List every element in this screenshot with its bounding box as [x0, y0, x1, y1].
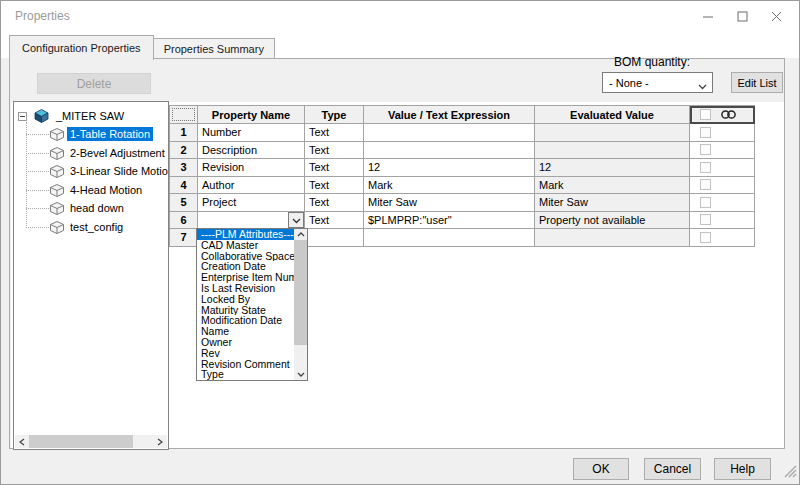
- dropdown-item[interactable]: Modification Date: [197, 315, 307, 326]
- link-checkbox[interactable]: [700, 232, 711, 243]
- help-button[interactable]: Help: [714, 458, 771, 480]
- maximize-button[interactable]: [725, 1, 759, 32]
- dropdown-item[interactable]: Collaborative Space: [197, 251, 307, 262]
- resize-grip-icon[interactable]: [784, 464, 797, 482]
- value-cell[interactable]: $PLMPRP:"user": [364, 212, 535, 230]
- tree-root-item[interactable]: _MITER SAW: [34, 108, 127, 124]
- link-checkbox[interactable]: [700, 127, 711, 138]
- ok-button[interactable]: OK: [573, 458, 629, 480]
- type-cell[interactable]: [305, 229, 364, 247]
- scroll-up-icon[interactable]: [294, 229, 307, 240]
- dropdown-item[interactable]: Creation Date: [197, 261, 307, 272]
- value-cell[interactable]: 12: [364, 159, 535, 177]
- value-cell[interactable]: Mark: [364, 177, 535, 195]
- property-name-cell[interactable]: Revision: [198, 159, 305, 177]
- link-checkbox[interactable]: [700, 214, 711, 225]
- dropdown-item[interactable]: Enterprise Item Number: [197, 272, 307, 283]
- link-checkbox[interactable]: [700, 197, 711, 208]
- dropdown-item[interactable]: Is Last Revision: [197, 283, 307, 294]
- tree-item-4-head-motion[interactable]: 4-Head Motion: [50, 182, 145, 198]
- dropdown-item[interactable]: Maturity State: [197, 305, 307, 316]
- edit-list-button[interactable]: Edit List: [731, 72, 783, 93]
- evaluated-cell: 12: [535, 159, 690, 177]
- tree-item-2-bevel-adjustment[interactable]: 2-Bevel Adjustment: [50, 145, 168, 161]
- title-bar: Properties: [1, 1, 799, 32]
- value-cell[interactable]: [364, 142, 535, 160]
- maximize-icon: [737, 8, 748, 26]
- property-name-cell[interactable]: Project: [198, 194, 305, 212]
- link-cell: [690, 229, 755, 247]
- col-header-property-name: Property Name: [198, 106, 305, 124]
- row-number: 2: [170, 142, 198, 160]
- scroll-left-icon[interactable]: [15, 435, 29, 448]
- window-controls: [691, 1, 793, 32]
- dropdown-item[interactable]: CAD Master: [197, 240, 307, 251]
- properties-dialog: Properties Configuration Properties Prop…: [0, 0, 800, 485]
- row-number: 6: [170, 212, 198, 230]
- value-cell[interactable]: Miter Saw: [364, 194, 535, 212]
- chevron-down-icon: [292, 214, 301, 226]
- link-checkbox[interactable]: [700, 162, 711, 173]
- tree-horizontal-scrollbar[interactable]: [15, 435, 167, 448]
- value-cell[interactable]: [364, 124, 535, 142]
- tree-root-label: _MITER SAW: [53, 109, 127, 123]
- dropdown-item[interactable]: Owner: [197, 337, 307, 348]
- scroll-down-icon[interactable]: [294, 369, 307, 380]
- configuration-icon: [50, 165, 64, 178]
- row-number: 3: [170, 159, 198, 177]
- focus-marquee: [172, 108, 195, 121]
- col-header-value-expression: Value / Text Expression: [364, 106, 535, 124]
- delete-button[interactable]: Delete: [37, 73, 151, 94]
- tree-item-head-down[interactable]: head down: [50, 200, 127, 216]
- property-name-cell[interactable]: Description: [198, 142, 305, 160]
- tab-configuration-properties[interactable]: Configuration Properties: [9, 35, 154, 60]
- tree-item-1-table-rotation[interactable]: 1-Table Rotation: [50, 126, 153, 142]
- link-checkbox[interactable]: [700, 144, 711, 155]
- dropdown-item[interactable]: Locked By: [197, 294, 307, 305]
- property-name-combobox[interactable]: [198, 212, 305, 230]
- dropdown-item[interactable]: ----PLM Attributes----: [197, 229, 307, 240]
- tree-item-test-config[interactable]: test_config: [50, 219, 126, 235]
- cancel-button[interactable]: Cancel: [644, 458, 701, 480]
- bom-quantity-select[interactable]: - None -: [602, 72, 713, 93]
- property-name-cell[interactable]: Author: [198, 177, 305, 195]
- col-header-rownum: [170, 106, 198, 124]
- configuration-icon: [50, 128, 64, 141]
- scrollbar-thumb[interactable]: [29, 435, 133, 448]
- dropdown-scrollbar[interactable]: [294, 229, 307, 380]
- dropdown-item[interactable]: Type: [197, 369, 307, 380]
- dropdown-item[interactable]: Revision Comment: [197, 359, 307, 370]
- type-cell[interactable]: Text: [305, 124, 364, 142]
- tree-item-label: test_config: [67, 220, 126, 234]
- evaluated-cell: Miter Saw: [535, 194, 690, 212]
- scrollbar-thumb[interactable]: [294, 240, 307, 345]
- type-cell[interactable]: Text: [305, 142, 364, 160]
- configuration-tree: _MITER SAW 1-Table Rotation 2-Bevel Adju…: [13, 101, 169, 450]
- property-name-dropdown-list: ----PLM Attributes---- CAD Master Collab…: [196, 228, 308, 381]
- tree-collapse-icon[interactable]: [18, 112, 27, 121]
- property-name-cell[interactable]: Number: [198, 124, 305, 142]
- value-cell[interactable]: [364, 229, 535, 247]
- tree-item-3-linear-slide-motion[interactable]: 3-Linear Slide Motion: [50, 163, 169, 179]
- type-cell[interactable]: Text: [305, 177, 364, 195]
- tab-properties-summary[interactable]: Properties Summary: [154, 38, 275, 59]
- link-all-checkbox[interactable]: [700, 109, 711, 120]
- type-cell[interactable]: Text: [305, 194, 364, 212]
- tree-connector-line: [26, 122, 27, 228]
- dropdown-item[interactable]: Name: [197, 326, 307, 337]
- properties-table: Property Name Type Value / Text Expressi…: [169, 105, 755, 247]
- combo-dropdown-button[interactable]: [288, 212, 304, 229]
- close-button[interactable]: [759, 1, 793, 32]
- window-title: Properties: [15, 9, 70, 23]
- dropdown-item[interactable]: Rev: [197, 348, 307, 359]
- tree-item-label: 2-Bevel Adjustment: [67, 146, 168, 160]
- link-checkbox[interactable]: [700, 179, 711, 190]
- row-number: 1: [170, 124, 198, 142]
- evaluated-cell: [535, 142, 690, 160]
- bom-quantity-value: - None -: [609, 77, 649, 89]
- scroll-right-icon[interactable]: [153, 435, 167, 448]
- evaluated-cell: [535, 229, 690, 247]
- type-cell[interactable]: Text: [305, 159, 364, 177]
- minimize-button[interactable]: [691, 1, 725, 32]
- type-cell[interactable]: Text: [305, 212, 364, 230]
